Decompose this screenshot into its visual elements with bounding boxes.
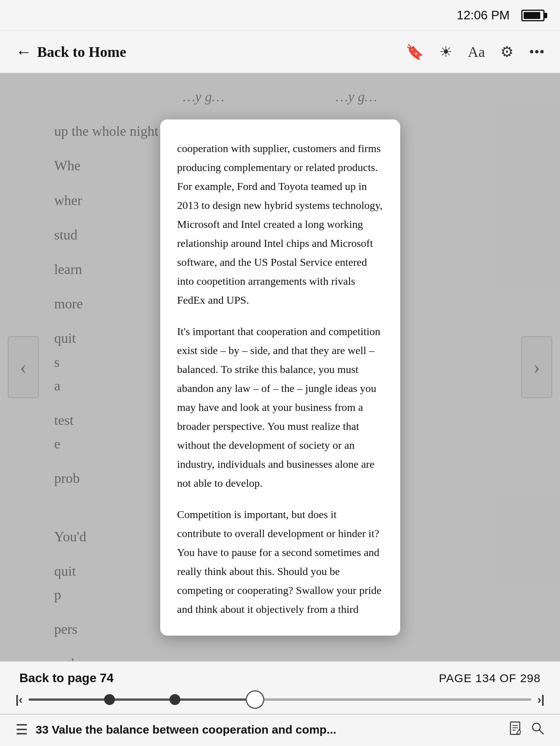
- top-toolbar: ← Back to Home 🔖 ☀ Aa ⚙ •••: [0, 31, 560, 74]
- search-icon[interactable]: [531, 721, 545, 739]
- popup-para-2: It's important that cooperation and comp…: [177, 322, 383, 493]
- toolbar-right: 🔖 ☀ Aa ⚙ •••: [406, 43, 545, 60]
- page-info-label: PAGE 134 OF 298: [439, 672, 541, 685]
- bottom-bar: Back to page 74 PAGE 134 OF 298 |‹ ›| ☰ …: [0, 661, 560, 746]
- progress-start-icon[interactable]: |‹: [15, 693, 22, 706]
- status-bar: 12:06 PM: [0, 0, 560, 31]
- bottom-toolbar: ☰ 33 Value the balance between cooperati…: [0, 714, 560, 745]
- progress-end-icon[interactable]: ›|: [538, 693, 545, 706]
- bookmark-icon[interactable]: 🔖: [406, 43, 424, 60]
- popup-para-1: cooperation with supplier, customers and…: [177, 139, 383, 310]
- back-to-home-label: Back to Home: [37, 43, 126, 60]
- toolbar-left: ← Back to Home: [15, 43, 406, 61]
- status-time: 12:06 PM: [457, 8, 510, 22]
- chapter-title-label: 33 Value the balance between cooperation…: [36, 723, 501, 736]
- progress-fill: [29, 698, 255, 701]
- svg-point-4: [533, 723, 540, 731]
- more-icon[interactable]: •••: [529, 43, 545, 60]
- progress-track[interactable]: [29, 698, 531, 701]
- back-arrow-icon: ←: [15, 43, 32, 61]
- popup-para-3: Competition is important, but does it co…: [177, 505, 383, 619]
- battery-fill: [524, 12, 540, 19]
- svg-line-5: [539, 730, 543, 734]
- settings-icon[interactable]: ⚙: [500, 43, 514, 60]
- progress-thumb-2[interactable]: [170, 694, 180, 705]
- reading-area: …y g… …y g… up the whole night before. W…: [0, 74, 560, 661]
- popup-modal: cooperation with supplier, customers and…: [160, 120, 400, 636]
- battery-icon: [521, 10, 545, 21]
- back-to-page-label[interactable]: Back to page 74: [19, 671, 114, 685]
- bottom-top-row: Back to page 74 PAGE 134 OF 298: [0, 662, 560, 685]
- font-icon[interactable]: Aa: [468, 43, 485, 60]
- list-icon[interactable]: ☰: [15, 722, 28, 738]
- progress-row: |‹ ›|: [0, 685, 560, 714]
- progress-thumb-main[interactable]: [246, 690, 264, 709]
- back-to-home-button[interactable]: ← Back to Home: [15, 43, 126, 61]
- note-icon[interactable]: [509, 721, 523, 739]
- progress-thumb-1[interactable]: [104, 694, 115, 705]
- brightness-icon[interactable]: ☀: [439, 43, 452, 60]
